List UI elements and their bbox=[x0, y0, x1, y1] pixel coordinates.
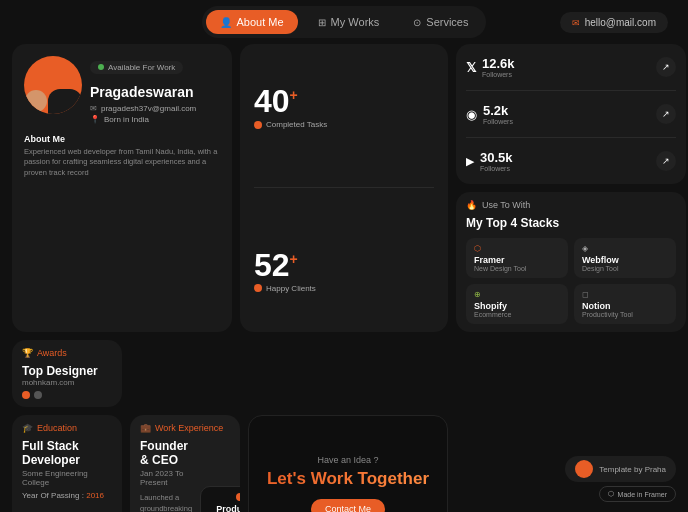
edu-icon: 🎓 bbox=[22, 423, 33, 433]
followers-card: 𝕏 12.6k Followers ↗ ◉ 5.2k Followers bbox=[456, 44, 686, 184]
stack-webflow: ◈ Webflow Design Tool bbox=[574, 238, 676, 278]
stacks-header: 🔥 Use To With bbox=[466, 200, 676, 210]
mail-icon bbox=[572, 17, 580, 28]
work-header: 💼 Work Experience bbox=[140, 423, 230, 433]
navigation: About Me My Works Services hello@mail.co… bbox=[0, 0, 688, 44]
fire-icon: 🔥 bbox=[466, 200, 477, 210]
follower-ig: ◉ 5.2k Followers ↗ bbox=[466, 103, 676, 125]
about-section: About Me Experienced web developer from … bbox=[24, 134, 220, 179]
stat-label-1: Completed Tasks bbox=[254, 120, 434, 129]
user-icon bbox=[220, 16, 232, 28]
framer-badge: ⬡ Made in Framer bbox=[599, 486, 676, 502]
work-card: 💼 Work Experience Founder & CEO Jan 2023… bbox=[130, 415, 240, 512]
follower-x: 𝕏 12.6k Followers ↗ bbox=[466, 56, 676, 78]
job-period: Jan 2023 To Present bbox=[140, 469, 192, 487]
stack-shopify: ⊕ Shopify Ecommerce bbox=[466, 284, 568, 324]
yt-arrow-btn[interactable]: ↗ bbox=[656, 151, 676, 171]
produce-card: Produce UI produsa-ui.com bbox=[200, 486, 240, 512]
idea-card: Have an Idea ? Let's Work Together Conta… bbox=[248, 415, 448, 512]
nav-email[interactable]: hello@mail.com bbox=[560, 12, 668, 33]
profile-card: Available For Work Pragadeswaran ✉ praga… bbox=[12, 44, 232, 332]
x-arrow-btn[interactable]: ↗ bbox=[656, 57, 676, 77]
nav-services[interactable]: Services bbox=[399, 10, 482, 34]
education-card: 🎓 Education Full Stack Developer Some En… bbox=[12, 415, 122, 512]
template-avatar bbox=[575, 460, 593, 478]
edu-year: Year Of Passing : 2016 bbox=[22, 491, 112, 500]
works-icon bbox=[318, 16, 326, 28]
service-icon bbox=[413, 16, 421, 28]
award-dots bbox=[22, 391, 112, 399]
profile-email: ✉ pragadesh37v@gmail.com bbox=[90, 104, 196, 113]
stats-card: 40+ Completed Tasks 52+ Happy Clients bbox=[240, 44, 448, 332]
youtube-icon: ▶ bbox=[466, 155, 474, 168]
status-dot bbox=[98, 64, 104, 70]
nav-works[interactable]: My Works bbox=[304, 10, 394, 34]
template-pill: Template by Praha bbox=[565, 456, 676, 482]
instagram-icon: ◉ bbox=[466, 107, 477, 122]
stat-num-1: 40+ bbox=[254, 83, 434, 120]
awards-card: 🏆 Awards Top Designer mohnkam.com bbox=[12, 340, 122, 407]
award-dot-1 bbox=[22, 391, 30, 399]
available-badge: Available For Work bbox=[90, 61, 183, 74]
stat-label-2: Happy Clients bbox=[254, 284, 434, 293]
x-icon: 𝕏 bbox=[466, 60, 476, 75]
profile-name: Pragadeswaran bbox=[90, 84, 196, 100]
produce-dot bbox=[236, 493, 240, 501]
framer-icon: ⬡ bbox=[608, 490, 614, 498]
happy-dot bbox=[254, 284, 262, 292]
award-dot-2 bbox=[34, 391, 42, 399]
stacks-title: My Top 4 Stacks bbox=[466, 216, 676, 230]
stat-num-2: 52+ bbox=[254, 247, 434, 284]
edu-header: 🎓 Education bbox=[22, 423, 112, 433]
nav-about[interactable]: About Me bbox=[206, 10, 298, 34]
follower-yt: ▶ 30.5k Followers ↗ bbox=[466, 150, 676, 172]
stack-notion: ◻ Notion Productivity Tool bbox=[574, 284, 676, 324]
idea-small: Have an Idea ? bbox=[317, 455, 378, 465]
profile-location: 📍 Born in India bbox=[90, 115, 196, 124]
ig-arrow-btn[interactable]: ↗ bbox=[656, 104, 676, 124]
stacks-grid: ⬡ Framer New Design Tool ◈ Webflow Desig… bbox=[466, 238, 676, 324]
stack-framer: ⬡ Framer New Design Tool bbox=[466, 238, 568, 278]
completed-dot bbox=[254, 121, 262, 129]
template-badge: Template by Praha ⬡ Made in Framer bbox=[565, 456, 676, 502]
idea-big: Let's Work Together bbox=[267, 469, 429, 489]
trophy-icon: 🏆 bbox=[22, 348, 33, 358]
contact-button[interactable]: Contact Me bbox=[311, 499, 385, 512]
avatar bbox=[24, 56, 82, 114]
awards-header: 🏆 Awards bbox=[22, 348, 112, 358]
stacks-card: 🔥 Use To With My Top 4 Stacks ⬡ Framer N… bbox=[456, 192, 686, 332]
briefcase-icon: 💼 bbox=[140, 423, 151, 433]
